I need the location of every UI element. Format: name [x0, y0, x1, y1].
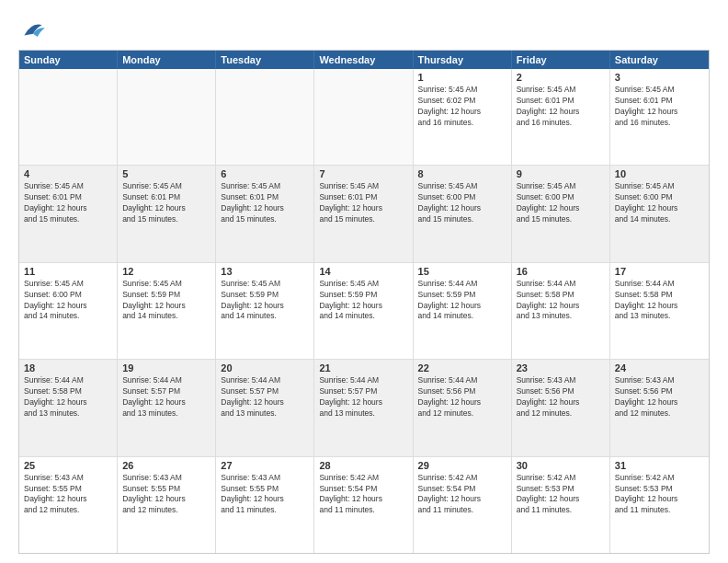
day-number: 25 — [24, 460, 112, 471]
day-number: 16 — [517, 266, 605, 277]
cell-info: Sunrise: 5:45 AM Sunset: 6:00 PM Dayligh… — [517, 181, 605, 225]
calendar-cell-r2-c0: 11Sunrise: 5:45 AM Sunset: 6:00 PM Dayli… — [19, 263, 118, 359]
cell-info: Sunrise: 5:44 AM Sunset: 5:58 PM Dayligh… — [615, 279, 704, 323]
cell-info: Sunrise: 5:45 AM Sunset: 6:01 PM Dayligh… — [221, 181, 309, 225]
day-number: 14 — [319, 266, 407, 277]
calendar-cell-r3-c0: 18Sunrise: 5:44 AM Sunset: 5:58 PM Dayli… — [19, 360, 118, 455]
calendar-cell-r2-c6: 17Sunrise: 5:44 AM Sunset: 5:58 PM Dayli… — [610, 263, 709, 359]
calendar-cell-r4-c3: 28Sunrise: 5:42 AM Sunset: 5:54 PM Dayli… — [314, 457, 413, 553]
day-number: 8 — [418, 168, 506, 179]
calendar-cell-r0-c0 — [19, 69, 118, 165]
calendar-cell-r0-c5: 2Sunrise: 5:45 AM Sunset: 6:01 PM Daylig… — [512, 69, 610, 165]
header-day-saturday: Saturday — [610, 51, 709, 69]
day-number: 22 — [418, 362, 506, 373]
calendar-cell-r0-c3 — [314, 69, 413, 165]
cell-info: Sunrise: 5:45 AM Sunset: 6:01 PM Dayligh… — [517, 85, 605, 129]
header-day-monday: Monday — [118, 51, 216, 69]
cell-info: Sunrise: 5:42 AM Sunset: 5:54 PM Dayligh… — [319, 473, 407, 517]
calendar-cell-r1-c3: 7Sunrise: 5:45 AM Sunset: 6:01 PM Daylig… — [314, 166, 413, 261]
cell-info: Sunrise: 5:44 AM Sunset: 5:59 PM Dayligh… — [418, 279, 506, 323]
day-number: 12 — [122, 266, 210, 277]
header-day-friday: Friday — [512, 51, 610, 69]
calendar-cell-r4-c4: 29Sunrise: 5:42 AM Sunset: 5:54 PM Dayli… — [414, 457, 512, 553]
calendar-cell-r3-c3: 21Sunrise: 5:44 AM Sunset: 5:57 PM Dayli… — [314, 360, 413, 455]
calendar-cell-r0-c2 — [216, 69, 314, 165]
day-number: 9 — [517, 168, 605, 179]
calendar-cell-r2-c1: 12Sunrise: 5:45 AM Sunset: 5:59 PM Dayli… — [118, 263, 216, 359]
calendar-row-3: 18Sunrise: 5:44 AM Sunset: 5:58 PM Dayli… — [19, 360, 709, 456]
header-day-tuesday: Tuesday — [216, 51, 314, 69]
cell-info: Sunrise: 5:44 AM Sunset: 5:58 PM Dayligh… — [24, 375, 112, 419]
calendar-row-0: 1Sunrise: 5:45 AM Sunset: 6:02 PM Daylig… — [19, 69, 709, 166]
cell-info: Sunrise: 5:45 AM Sunset: 5:59 PM Dayligh… — [221, 279, 309, 323]
calendar-header: SundayMondayTuesdayWednesdayThursdayFrid… — [19, 51, 709, 69]
day-number: 19 — [122, 362, 210, 373]
day-number: 30 — [517, 460, 605, 471]
cell-info: Sunrise: 5:44 AM Sunset: 5:56 PM Dayligh… — [418, 375, 506, 419]
cell-info: Sunrise: 5:42 AM Sunset: 5:53 PM Dayligh… — [615, 473, 704, 517]
calendar-row-4: 25Sunrise: 5:43 AM Sunset: 5:55 PM Dayli… — [19, 457, 709, 553]
cell-info: Sunrise: 5:45 AM Sunset: 5:59 PM Dayligh… — [122, 279, 210, 323]
calendar-cell-r0-c4: 1Sunrise: 5:45 AM Sunset: 6:02 PM Daylig… — [414, 69, 512, 165]
calendar-body: 1Sunrise: 5:45 AM Sunset: 6:02 PM Daylig… — [19, 69, 709, 553]
calendar-cell-r0-c1 — [118, 69, 216, 165]
day-number: 3 — [615, 72, 704, 83]
calendar-cell-r4-c0: 25Sunrise: 5:43 AM Sunset: 5:55 PM Dayli… — [19, 457, 118, 553]
header-day-wednesday: Wednesday — [314, 51, 413, 69]
cell-info: Sunrise: 5:45 AM Sunset: 6:00 PM Dayligh… — [418, 181, 506, 225]
cell-info: Sunrise: 5:42 AM Sunset: 5:53 PM Dayligh… — [517, 473, 605, 517]
day-number: 2 — [517, 72, 605, 83]
cell-info: Sunrise: 5:45 AM Sunset: 6:00 PM Dayligh… — [615, 181, 704, 225]
logo-icon — [18, 15, 48, 44]
cell-info: Sunrise: 5:44 AM Sunset: 5:58 PM Dayligh… — [517, 279, 605, 323]
calendar-cell-r1-c1: 5Sunrise: 5:45 AM Sunset: 6:01 PM Daylig… — [118, 166, 216, 261]
cell-info: Sunrise: 5:45 AM Sunset: 5:59 PM Dayligh… — [319, 279, 407, 323]
day-number: 1 — [418, 72, 506, 83]
day-number: 4 — [24, 168, 112, 179]
cell-info: Sunrise: 5:45 AM Sunset: 6:02 PM Dayligh… — [418, 85, 506, 129]
calendar-cell-r3-c6: 24Sunrise: 5:43 AM Sunset: 5:56 PM Dayli… — [610, 360, 709, 455]
day-number: 18 — [24, 362, 112, 373]
cell-info: Sunrise: 5:43 AM Sunset: 5:55 PM Dayligh… — [122, 473, 210, 517]
calendar-cell-r2-c4: 15Sunrise: 5:44 AM Sunset: 5:59 PM Dayli… — [414, 263, 512, 359]
calendar-cell-r1-c5: 9Sunrise: 5:45 AM Sunset: 6:00 PM Daylig… — [512, 166, 610, 261]
calendar-cell-r2-c2: 13Sunrise: 5:45 AM Sunset: 5:59 PM Dayli… — [216, 263, 314, 359]
calendar-cell-r4-c1: 26Sunrise: 5:43 AM Sunset: 5:55 PM Dayli… — [118, 457, 216, 553]
calendar-cell-r1-c4: 8Sunrise: 5:45 AM Sunset: 6:00 PM Daylig… — [414, 166, 512, 261]
cell-info: Sunrise: 5:43 AM Sunset: 5:55 PM Dayligh… — [24, 473, 112, 517]
day-number: 23 — [517, 362, 605, 373]
page: SundayMondayTuesdayWednesdayThursdayFrid… — [0, 0, 728, 563]
calendar-cell-r1-c0: 4Sunrise: 5:45 AM Sunset: 6:01 PM Daylig… — [19, 166, 118, 261]
calendar-cell-r3-c5: 23Sunrise: 5:43 AM Sunset: 5:56 PM Dayli… — [512, 360, 610, 455]
day-number: 17 — [615, 266, 704, 277]
calendar-cell-r3-c4: 22Sunrise: 5:44 AM Sunset: 5:56 PM Dayli… — [414, 360, 512, 455]
day-number: 27 — [221, 460, 309, 471]
calendar-cell-r1-c2: 6Sunrise: 5:45 AM Sunset: 6:01 PM Daylig… — [216, 166, 314, 261]
day-number: 21 — [319, 362, 407, 373]
day-number: 5 — [122, 168, 210, 179]
header-day-sunday: Sunday — [19, 51, 118, 69]
cell-info: Sunrise: 5:44 AM Sunset: 5:57 PM Dayligh… — [221, 375, 309, 419]
header-day-thursday: Thursday — [414, 51, 512, 69]
calendar-cell-r2-c5: 16Sunrise: 5:44 AM Sunset: 5:58 PM Dayli… — [512, 263, 610, 359]
day-number: 28 — [319, 460, 407, 471]
cell-info: Sunrise: 5:45 AM Sunset: 6:00 PM Dayligh… — [24, 279, 112, 323]
day-number: 11 — [24, 266, 112, 277]
day-number: 10 — [615, 168, 704, 179]
calendar: SundayMondayTuesdayWednesdayThursdayFrid… — [18, 50, 710, 554]
day-number: 7 — [319, 168, 407, 179]
calendar-cell-r2-c3: 14Sunrise: 5:45 AM Sunset: 5:59 PM Dayli… — [314, 263, 413, 359]
cell-info: Sunrise: 5:45 AM Sunset: 6:01 PM Dayligh… — [24, 181, 112, 225]
logo — [18, 15, 51, 44]
cell-info: Sunrise: 5:42 AM Sunset: 5:54 PM Dayligh… — [418, 473, 506, 517]
day-number: 15 — [418, 266, 506, 277]
calendar-row-2: 11Sunrise: 5:45 AM Sunset: 6:00 PM Dayli… — [19, 263, 709, 360]
cell-info: Sunrise: 5:43 AM Sunset: 5:56 PM Dayligh… — [615, 375, 704, 419]
cell-info: Sunrise: 5:45 AM Sunset: 6:01 PM Dayligh… — [122, 181, 210, 225]
calendar-cell-r0-c6: 3Sunrise: 5:45 AM Sunset: 6:01 PM Daylig… — [610, 69, 709, 165]
day-number: 29 — [418, 460, 506, 471]
calendar-cell-r3-c1: 19Sunrise: 5:44 AM Sunset: 5:57 PM Dayli… — [118, 360, 216, 455]
calendar-cell-r4-c6: 31Sunrise: 5:42 AM Sunset: 5:53 PM Dayli… — [610, 457, 709, 553]
calendar-cell-r4-c2: 27Sunrise: 5:43 AM Sunset: 5:55 PM Dayli… — [216, 457, 314, 553]
calendar-cell-r1-c6: 10Sunrise: 5:45 AM Sunset: 6:00 PM Dayli… — [610, 166, 709, 261]
